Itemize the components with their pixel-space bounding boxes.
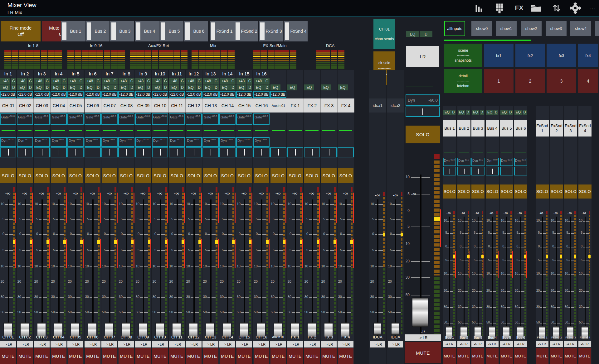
dca-select[interactable]: idca1 [369, 98, 386, 113]
num-tab-4[interactable]: 4 [578, 69, 598, 93]
gate-box[interactable]: Gate-80.0 [67, 113, 84, 125]
gate-box[interactable]: Gate-80.0 [202, 113, 219, 125]
pan-box[interactable] [321, 147, 337, 157]
right-strip-select[interactable]: Bus 2 [457, 120, 470, 136]
tab-show4[interactable]: show4 [570, 21, 591, 36]
eq-curve-display[interactable] [272, 130, 285, 131]
fader-track[interactable] [109, 199, 110, 338]
fader-track[interactable] [126, 199, 127, 338]
fader-track[interactable] [449, 217, 450, 340]
solo-button[interactable]: SOLO [254, 168, 269, 183]
mute-button[interactable]: MUTE [564, 348, 577, 364]
eq-cell[interactable]: EQ [458, 110, 465, 115]
master-route-box[interactable]: -> LR [405, 334, 441, 341]
right-strip-select[interactable]: Bus 1 [443, 120, 456, 136]
channel-select[interactable]: CH 12 [186, 98, 202, 113]
toolbar-bus-button[interactable]: Bus 3 [110, 21, 134, 41]
pan-box[interactable] [169, 147, 185, 157]
d-cell[interactable]: D [95, 84, 101, 90]
gain-value-box[interactable]: -12.0 dB [169, 91, 185, 98]
gain-g-cell[interactable]: G [112, 78, 118, 84]
eq-curve-display[interactable] [255, 130, 268, 131]
dyn-box[interactable]: Dyn-60.0 [486, 158, 499, 166]
eq-cell[interactable]: EQ [186, 84, 196, 90]
dyn-box[interactable]: Dyn-60.0 [101, 137, 118, 147]
mute-button[interactable]: MUTE [536, 348, 548, 364]
mute-button[interactable]: MUTE [287, 348, 303, 364]
mute-button[interactable]: MUTE [457, 348, 470, 364]
route-box[interactable]: -> LR [202, 341, 218, 347]
d-cell[interactable]: D [451, 110, 455, 115]
gate-box[interactable]: Gate-80.0 [152, 113, 168, 125]
gain-value-box[interactable]: -12.0 dB [67, 91, 84, 98]
scene-snapshots-button[interactable]: scene----------snapshots [444, 44, 482, 67]
gain-g-cell[interactable]: G [61, 78, 67, 84]
fader-track[interactable] [520, 217, 521, 340]
solo-button[interactable]: SOLO [0, 168, 16, 183]
fader-track[interactable] [585, 217, 586, 340]
mute-button[interactable]: MUTE [471, 348, 484, 364]
mute-button[interactable]: MUTE [169, 348, 185, 364]
num-tab-1[interactable]: 1 [484, 69, 514, 93]
route-box[interactable]: -> LR [152, 341, 168, 347]
d-cell[interactable]: D [28, 84, 33, 90]
dyn-box[interactable]: Dyn-60.0 [51, 137, 67, 147]
solo-button[interactable]: SOLO [287, 168, 303, 183]
pan-box[interactable] [236, 147, 252, 157]
mute-button[interactable]: MUTE [321, 348, 337, 364]
gain-value-box[interactable]: -12.0 dB [135, 91, 151, 98]
eq-cell[interactable]: EQ [119, 84, 129, 90]
eq-curve-display[interactable] [238, 130, 251, 131]
d-cell[interactable]: D [230, 84, 236, 90]
fader-track[interactable] [377, 199, 378, 337]
fader-track[interactable] [210, 199, 212, 338]
channel-select[interactable]: CH 08 [118, 98, 135, 113]
eq-curve-display[interactable] [487, 152, 498, 152]
channel-select[interactable]: CH 14 [219, 98, 236, 113]
eq-curve-display[interactable] [2, 130, 15, 131]
channel-select[interactable]: CH 01 [0, 98, 17, 113]
pan-box[interactable] [471, 167, 485, 175]
toolbar-bus-button[interactable]: Bus 2 [85, 21, 110, 41]
eq-cell[interactable]: EQ [304, 84, 314, 90]
pan-box[interactable] [67, 147, 84, 157]
phantom-cell[interactable]: +48 [119, 78, 129, 84]
d-cell[interactable]: D [78, 84, 84, 90]
eq-cell[interactable]: EQ [51, 84, 61, 90]
right-strip-select[interactable]: FxSnd1 [536, 120, 549, 136]
fader-track[interactable] [58, 199, 60, 338]
pan-box[interactable] [219, 147, 236, 157]
gain-value-box[interactable]: -12.0 dB [85, 91, 101, 98]
fader-track[interactable] [8, 199, 9, 338]
master-eq-cell[interactable]: EQ [406, 31, 419, 37]
gain-value-box[interactable]: -12.0 dB [253, 91, 270, 98]
right-strip-select[interactable]: FxSnd4 [578, 120, 592, 136]
eq-cell[interactable]: EQ [34, 84, 44, 90]
folder-icon[interactable] [530, 3, 542, 13]
master-d-cell[interactable]: D [420, 31, 432, 37]
route-box[interactable]: -> LR [514, 341, 527, 347]
solo-button[interactable]: SOLO [486, 184, 499, 199]
dyn-box[interactable]: Dyn-60.0 [457, 158, 470, 166]
gain-value-box[interactable]: -12.0 dB [101, 91, 118, 98]
fader-track[interactable] [143, 199, 144, 338]
fader-track[interactable] [278, 199, 279, 338]
mute-button[interactable]: MUTE [51, 348, 66, 364]
solo-button[interactable]: SOLO [51, 168, 66, 183]
dyn-box[interactable]: Dyn-60.0 [253, 137, 270, 147]
eq-cell[interactable]: EQ [68, 84, 78, 90]
channel-select[interactable]: CH 11 [169, 98, 186, 113]
pan-box[interactable] [202, 147, 219, 157]
route-box[interactable]: -> LR [457, 341, 470, 347]
gain-g-cell[interactable]: G [213, 78, 219, 84]
dyn-box[interactable]: Dyn-60.0 [219, 137, 236, 147]
eq-curve-display[interactable] [35, 130, 48, 131]
fader-track[interactable] [25, 199, 26, 338]
fx-icon[interactable]: FX [512, 3, 526, 12]
fx-tab-fx1[interactable]: fx1 [484, 44, 514, 67]
channel-select[interactable]: CH 16 [253, 98, 270, 113]
eq-cell[interactable]: EQ [270, 84, 280, 90]
gate-box[interactable]: Gate-80.0 [101, 113, 118, 125]
toolbar-bus-button[interactable]: Bus 4 [135, 21, 159, 41]
eq-cell[interactable]: EQ [220, 84, 230, 90]
